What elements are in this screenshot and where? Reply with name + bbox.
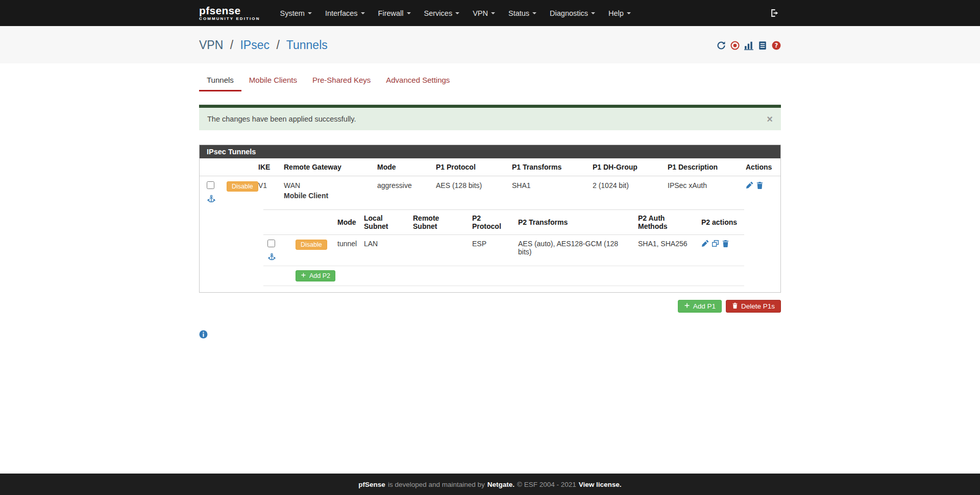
tab-bar: Tunnels Mobile Clients Pre-Shared Keys A… [199,70,781,91]
anchor-icon[interactable] [207,195,218,204]
pfsense-logo[interactable]: pfsense COMMUNITY EDITION [199,6,260,21]
plus-icon [301,272,306,279]
delete-p1-icon[interactable] [756,181,764,191]
footer-netgate-link[interactable]: Netgate. [487,481,514,488]
edit-p1-icon[interactable] [746,181,753,191]
p2-header-mode: Mode [333,210,360,235]
p2-select-checkbox[interactable] [267,240,275,247]
caret-down-icon [491,12,495,14]
p1-header-dh-group: P1 DH-Group [589,158,664,176]
chart-icon[interactable] [744,41,753,50]
nav-item-system[interactable]: System [274,0,318,26]
p1-description-value: IPSec xAuth [664,176,742,209]
copy-p2-icon[interactable] [712,240,719,249]
p1-header-actions: Actions [742,158,780,176]
p2-auth-methods-value: SHA1, SHA256 [634,235,697,266]
p2-header-remote-subnet: Remote Subnet [409,210,468,235]
nav-item-firewall[interactable]: Firewall [372,0,418,26]
top-navbar: pfsense COMMUNITY EDITION System Interfa… [0,0,980,26]
p2-header-local-subnet: Local Subnet [360,210,409,235]
edit-p2-icon[interactable] [701,240,709,249]
logout-icon[interactable] [768,7,781,19]
nav-item-services[interactable]: Services [418,0,467,26]
content-spacer [0,340,980,474]
caret-down-icon [532,12,536,14]
nav-item-help[interactable]: Help [602,0,638,26]
tab-pre-shared-keys[interactable]: Pre-Shared Keys [305,70,378,91]
p1-header-mode: Mode [373,158,432,176]
caret-down-icon [361,12,365,14]
p2-header-actions: P2 actions [697,210,744,235]
tab-tunnels[interactable]: Tunnels [199,70,241,91]
p2-transforms-value: AES (auto), AES128-GCM (128 bits) [514,235,634,266]
delete-p2-icon[interactable] [722,240,729,249]
tab-mobile-clients[interactable]: Mobile Clients [241,70,305,91]
caret-down-icon [407,12,411,14]
p1-actions [746,181,776,191]
breadcrumb-vpn[interactable]: VPN [199,38,223,52]
page-footer: pfSense is developed and maintained by N… [0,474,980,495]
nav-item-vpn[interactable]: VPN [466,0,502,26]
svg-text:?: ? [775,42,778,49]
p1-header-protocol: P1 Protocol [432,158,508,176]
ipsec-tunnels-panel: IPsec Tunnels IKE Remote Gateway Mode P1… [199,145,781,293]
p2-disable-button[interactable]: Disable [296,240,327,250]
p1-remote-gateway-cell: WAN Mobile Client [280,176,373,209]
p2-table: Mode Local Subnet Remote Subnet P2 Proto… [263,209,744,286]
add-p1-button[interactable]: Add P1 [678,300,722,313]
page-header-icons: ? [717,41,781,50]
add-p2-button[interactable]: Add P2 [296,270,335,281]
refresh-icon[interactable] [717,41,726,50]
anchor-icon[interactable] [268,253,287,262]
p1-table: IKE Remote Gateway Mode P1 Protocol P1 T… [200,158,780,292]
page-root: pfsense COMMUNITY EDITION System Interfa… [0,0,980,495]
add-p2-row: Add P2 [263,266,744,286]
footer-view-license-link[interactable]: View license. [579,481,622,488]
p1-mode-value: aggressive [373,176,432,209]
p2-protocol-value: ESP [468,235,514,266]
breadcrumb-ipsec[interactable]: IPsec [240,38,270,52]
p1-transforms-value: SHA1 [508,176,589,209]
caret-down-icon [455,12,459,14]
caret-down-icon [591,12,595,14]
breadcrumb-separator: / [230,38,233,52]
status-icon[interactable] [730,41,740,50]
p2-actions [701,240,740,249]
nav-item-status[interactable]: Status [502,0,543,26]
alert-close-button[interactable]: × [767,115,773,123]
p2-header-row: Mode Local Subnet Remote Subnet P2 Proto… [263,210,744,235]
p1-header-ike: IKE [254,158,280,176]
log-icon[interactable] [758,41,767,50]
p2-remote-subnet-value [409,235,468,266]
page-actions: Add P1 Delete P1s [199,300,781,313]
success-alert: The changes have been applied successful… [199,105,781,130]
info-icon[interactable] [199,330,781,340]
p2-row: Disable tunnel LAN ESP AES (auto), AES12… [263,235,744,266]
p1-header-description: P1 Description [664,158,742,176]
tab-advanced-settings[interactable]: Advanced Settings [378,70,457,91]
p1-disable-button[interactable]: Disable [227,181,258,192]
p2-header-transforms: P2 Transforms [514,210,634,235]
main-content: Tunnels Mobile Clients Pre-Shared Keys A… [191,63,789,340]
trash-icon [732,302,738,310]
p2-header-protocol: P2 Protocol [468,210,514,235]
p1-dh-group-value: 2 (1024 bit) [589,176,664,209]
footer-copyright: © ESF 2004 - 2021 [517,481,576,488]
p1-row: Disable V1 WAN Mobile Client aggressive … [200,176,780,209]
p1-select-checkbox[interactable] [207,181,214,189]
panel-title: IPsec Tunnels [200,145,780,158]
help-icon[interactable]: ? [772,41,781,50]
nav-item-interfaces[interactable]: Interfaces [318,0,372,26]
plus-icon [684,302,690,310]
logo-subtitle: COMMUNITY EDITION [199,16,260,21]
delete-p1s-button[interactable]: Delete P1s [726,300,781,313]
p2-container-row: Mode Local Subnet Remote Subnet P2 Proto… [200,208,780,292]
p1-header-transforms: P1 Transforms [508,158,589,176]
breadcrumb-separator: / [276,38,279,52]
breadcrumb-tunnels[interactable]: Tunnels [286,38,328,52]
footer-text: is developed and maintained by [388,481,485,488]
nav-item-diagnostics[interactable]: Diagnostics [543,0,602,26]
p1-protocol-value: AES (128 bits) [432,176,508,209]
logo-text: pfsense [199,6,260,15]
breadcrumb: VPN / IPsec / Tunnels [199,38,328,52]
